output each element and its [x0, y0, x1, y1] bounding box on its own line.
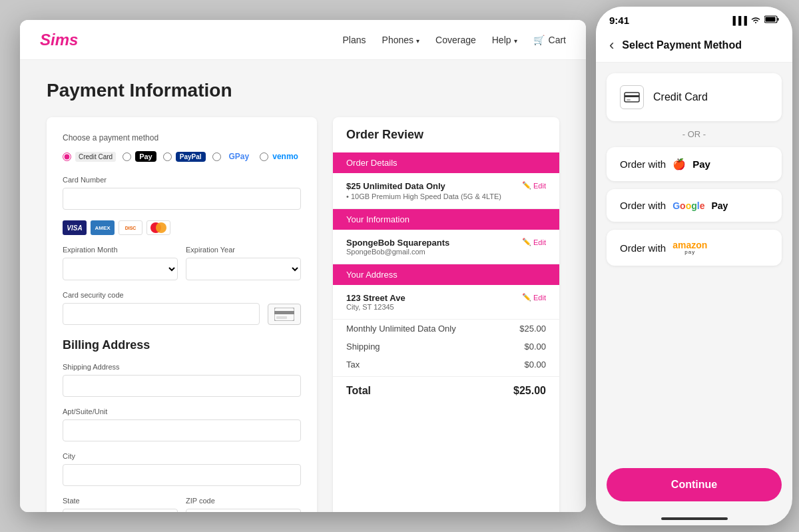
card-number-input[interactable]	[63, 188, 301, 210]
order-review-title: Order Review	[333, 117, 559, 152]
back-button[interactable]: ‹	[609, 37, 614, 54]
nav-help[interactable]: Help	[492, 35, 517, 45]
gpay-radio[interactable]	[212, 152, 221, 161]
cvv-label: Card security code	[63, 291, 301, 299]
svg-rect-6	[766, 17, 776, 22]
monthly-price-row: Monthly Unlimited Data Only $25.00	[333, 320, 559, 338]
nav-phones[interactable]: Phones	[382, 35, 419, 45]
nav-cart[interactable]: 🛒 Cart	[533, 35, 566, 45]
apt-input[interactable]	[63, 419, 301, 441]
monthly-price: $25.00	[519, 324, 546, 334]
exp-year-group: Expiration Year	[186, 246, 301, 280]
tax-label: Tax	[346, 360, 360, 370]
order-with-amazon-text: Order with	[620, 242, 666, 254]
exp-year-select[interactable]	[186, 258, 301, 280]
zip-input[interactable]	[186, 509, 301, 512]
continue-button[interactable]: Continue	[607, 468, 782, 501]
credit-card-label: Credit Card	[653, 91, 708, 103]
card-number-group: Card Number	[63, 176, 301, 210]
svg-rect-10	[627, 99, 631, 101]
apple-pay-radio[interactable]	[123, 152, 131, 161]
city-input[interactable]	[63, 464, 301, 486]
svg-point-1	[156, 222, 166, 233]
content-grid: Choose a payment method Credit Card Pay …	[47, 117, 559, 512]
signal-icon: ▐▐▐	[730, 16, 747, 25]
status-bar: 9:41 ▐▐▐	[596, 7, 792, 30]
state-input[interactable]	[63, 509, 178, 512]
credit-badge: Credit Card	[75, 152, 116, 162]
exp-month-label: Expiration Month	[63, 246, 178, 254]
gpay-logo: Google	[672, 200, 704, 211]
monthly-label: Monthly Unlimited Data Only	[346, 324, 456, 334]
svg-rect-9	[625, 95, 639, 97]
amazon-pay-button-mobile[interactable]: Order with amazon pay	[607, 230, 782, 266]
cvv-input[interactable]	[63, 303, 260, 325]
order-item-row: $25 Unlimited Data Only • 10GB Premium H…	[346, 181, 546, 200]
cvv-row	[63, 303, 301, 325]
your-info-body: SpongeBob Squarepants SpongeBob@gmail.co…	[333, 230, 559, 264]
apple-pay-button-mobile[interactable]: Order with 🍎 Pay	[607, 147, 782, 181]
city-label: City	[63, 452, 301, 460]
cvv-icon	[268, 304, 301, 325]
card-number-label: Card Number	[63, 176, 301, 184]
exp-month-select[interactable]	[63, 258, 178, 280]
city-state: City, ST 12345	[346, 303, 405, 311]
or-divider: - OR -	[607, 129, 782, 139]
wifi-icon	[750, 15, 761, 25]
your-info-header: Your Information	[333, 209, 559, 230]
credit-card-option-mobile[interactable]: Credit Card	[607, 73, 782, 121]
mobile-header-title: Select Payment Method	[622, 39, 742, 51]
amazon-pay-logo: amazon pay	[672, 240, 707, 255]
main-content: Payment Information Choose a payment met…	[20, 60, 586, 512]
apple-logo-icon: 🍎	[672, 158, 686, 170]
amazon-text: amazon	[672, 240, 707, 250]
order-item-detail: • 10GB Premium High Speed Data (5G & 4LT…	[346, 192, 501, 200]
payment-form: Choose a payment method Credit Card Pay …	[47, 117, 317, 512]
credit-card-icon	[620, 85, 644, 109]
battery-icon	[764, 15, 779, 25]
venmo-option[interactable]: venmo	[260, 152, 298, 161]
venmo-radio[interactable]	[260, 152, 268, 161]
nav-links: Plans Phones Coverage Help 🛒 Cart	[343, 35, 566, 45]
order-edit-link[interactable]: ✏️ Edit	[522, 181, 546, 190]
order-item-name: $25 Unlimited Data Only	[346, 181, 501, 191]
browser-frame: Sims Plans Phones Coverage Help 🛒 Cart P…	[20, 20, 586, 512]
billing-title: Billing Address	[63, 338, 301, 352]
navigation: Sims Plans Phones Coverage Help 🛒 Cart	[20, 20, 586, 60]
customer-info: SpongeBob Squarepants SpongeBob@gmail.co…	[346, 238, 449, 256]
nav-plans[interactable]: Plans	[343, 35, 366, 45]
paypal-radio[interactable]	[163, 152, 172, 161]
credit-card-option[interactable]: Credit Card	[63, 152, 116, 162]
info-edit-link[interactable]: ✏️ Edit	[522, 238, 546, 246]
zip-label: ZIP code	[186, 497, 301, 505]
paypal-option[interactable]: PayPal	[163, 152, 206, 162]
shipping-price: $0.00	[524, 342, 546, 352]
phones-chevron	[416, 35, 419, 45]
gpay-option[interactable]: GPay	[212, 150, 254, 162]
shipping-label: Shipping	[346, 342, 380, 352]
nav-coverage[interactable]: Coverage	[435, 35, 476, 45]
shipping-address-input[interactable]	[63, 375, 301, 397]
mobile-scroll: Credit Card - OR - Order with 🍎 Pay Orde…	[596, 63, 792, 463]
address-edit-link[interactable]: ✏️ Edit	[522, 293, 546, 302]
gpay-button-mobile[interactable]: Order with Google Pay	[607, 189, 782, 222]
status-time: 9:41	[609, 15, 629, 26]
visa-icon: VISA	[63, 220, 87, 235]
tax-price: $0.00	[524, 360, 546, 370]
order-item-info: $25 Unlimited Data Only • 10GB Premium H…	[346, 181, 501, 200]
state-zip-group: State ZIP code	[63, 497, 301, 512]
exp-month-group: Expiration Month	[63, 246, 178, 280]
state-label: State	[63, 497, 178, 505]
address-row: 123 Street Ave City, ST 12345 ✏️ Edit	[346, 293, 546, 311]
your-address-body: 123 Street Ave City, ST 12345 ✏️ Edit	[333, 285, 559, 320]
order-review: Order Review Order Details $25 Unlimited…	[333, 117, 559, 512]
street-address: 123 Street Ave	[346, 293, 405, 303]
home-indicator	[596, 512, 792, 525]
address-info: 123 Street Ave City, ST 12345	[346, 293, 405, 311]
logo: Sims	[40, 31, 78, 49]
order-with-gpay-text: Order with	[620, 200, 666, 211]
apple-pay-option[interactable]: Pay	[123, 151, 156, 162]
credit-card-radio[interactable]	[63, 152, 71, 161]
apt-label: Apt/Suite/Unit	[63, 407, 301, 415]
amex-icon: AMEX	[91, 220, 115, 235]
